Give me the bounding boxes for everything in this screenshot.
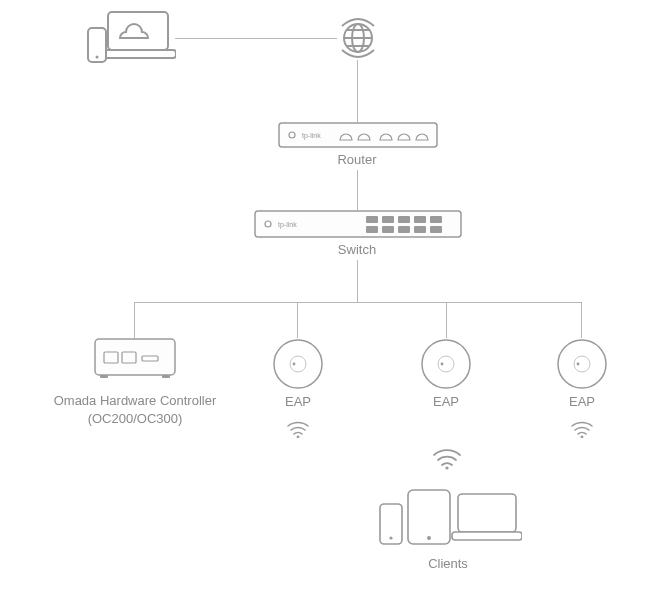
svg-rect-22	[95, 339, 175, 375]
svg-point-39	[581, 436, 584, 438]
globe-icon	[336, 16, 380, 60]
svg-rect-13	[414, 216, 426, 223]
svg-rect-17	[398, 226, 410, 233]
svg-point-41	[427, 536, 431, 540]
svg-point-3	[96, 56, 99, 59]
svg-rect-27	[162, 375, 170, 378]
svg-point-31	[422, 340, 470, 388]
svg-point-36	[577, 363, 580, 366]
wifi-icon-2	[432, 446, 462, 470]
svg-rect-26	[100, 375, 108, 378]
svg-point-30	[293, 363, 296, 366]
svg-point-34	[558, 340, 606, 388]
wifi-icon-1	[286, 418, 310, 438]
eap-device-3	[556, 338, 608, 390]
svg-rect-16	[382, 226, 394, 233]
switch-device: tp-link	[254, 210, 462, 242]
svg-point-38	[445, 466, 448, 469]
svg-rect-18	[414, 226, 426, 233]
svg-rect-0	[108, 12, 168, 50]
eap-device-2	[420, 338, 472, 390]
svg-rect-43	[452, 532, 522, 540]
router-label: Router	[317, 152, 397, 167]
svg-rect-10	[366, 216, 378, 223]
svg-rect-14	[430, 216, 442, 223]
wifi-icon-3	[570, 418, 594, 438]
eap-label-2: EAP	[426, 394, 466, 409]
svg-point-33	[441, 363, 444, 366]
eap-label-1: EAP	[278, 394, 318, 409]
svg-rect-11	[382, 216, 394, 223]
svg-point-28	[274, 340, 322, 388]
svg-point-37	[297, 436, 300, 438]
svg-text:tp-link: tp-link	[278, 221, 297, 229]
laptop-cloud-icon	[86, 10, 176, 66]
svg-rect-19	[430, 226, 442, 233]
network-topology-diagram: tp-link Router tp-link Switch	[0, 0, 648, 600]
eap-label-3: EAP	[562, 394, 602, 409]
svg-rect-1	[100, 50, 176, 58]
clients-label: Clients	[408, 556, 488, 571]
svg-point-45	[389, 536, 392, 539]
svg-rect-40	[408, 490, 450, 544]
controller-label: Omada Hardware Controller (OC200/OC300)	[28, 392, 242, 427]
router-device: tp-link	[278, 122, 438, 152]
svg-rect-42	[458, 494, 516, 532]
eap-device-1	[272, 338, 324, 390]
switch-label: Switch	[317, 242, 397, 257]
svg-rect-12	[398, 216, 410, 223]
client-devices	[372, 486, 522, 550]
controller-device	[94, 338, 176, 380]
svg-text:tp-link: tp-link	[302, 132, 321, 140]
svg-rect-15	[366, 226, 378, 233]
